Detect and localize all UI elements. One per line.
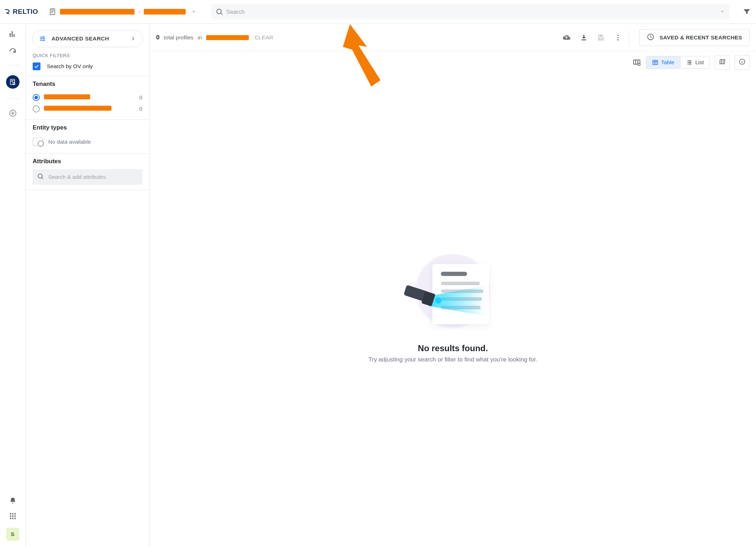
analytics-icon[interactable] xyxy=(9,30,17,38)
columns-settings-icon[interactable] xyxy=(632,58,641,67)
view-controls: Table List xyxy=(150,51,756,70)
brand-logo[interactable]: RELTIO xyxy=(3,8,43,16)
map-icon xyxy=(719,58,726,67)
table-icon xyxy=(652,59,658,66)
svg-rect-7 xyxy=(12,513,13,515)
view-list-label: List xyxy=(695,59,704,66)
save-icon[interactable] xyxy=(597,34,605,42)
empty-illustration xyxy=(407,254,499,336)
map-view-button[interactable] xyxy=(715,55,730,70)
tenant-name-part-2 xyxy=(144,9,186,15)
view-table-label: Table xyxy=(661,59,674,66)
advanced-search-button[interactable]: ADVANCED SEARCH xyxy=(32,30,143,47)
search-by-ov-only-label: Search by OV only xyxy=(47,63,93,70)
apps-grid-icon[interactable] xyxy=(9,512,17,520)
svg-rect-11 xyxy=(14,515,16,517)
attributes-search[interactable] xyxy=(33,169,142,185)
saved-recent-searches-label: SAVED & RECENT SEARCHES xyxy=(659,34,742,41)
gauge-icon[interactable] xyxy=(9,46,17,55)
brand-name: RELTIO xyxy=(13,8,38,16)
view-table-button[interactable]: Table xyxy=(646,56,680,68)
svg-rect-10 xyxy=(12,515,13,517)
tenant-option-0-count: 0 xyxy=(139,94,142,101)
tenant-icon xyxy=(49,8,56,16)
svg-point-1 xyxy=(217,9,221,14)
toolbar-divider xyxy=(629,30,629,45)
bell-icon[interactable] xyxy=(9,497,17,504)
svg-rect-9 xyxy=(10,515,11,517)
search-by-ov-only-row[interactable]: Search by OV only xyxy=(26,61,149,76)
svg-rect-13 xyxy=(12,518,13,519)
saved-recent-searches-button[interactable]: SAVED & RECENT SEARCHES xyxy=(639,29,750,46)
svg-point-23 xyxy=(617,39,619,40)
svg-rect-19 xyxy=(599,35,602,37)
download-icon[interactable] xyxy=(580,34,588,42)
svg-point-17 xyxy=(44,40,45,41)
chevron-down-icon xyxy=(191,9,196,14)
tenants-heading: Tenants xyxy=(33,81,142,88)
global-search[interactable] xyxy=(211,4,729,20)
view-list-button[interactable]: List xyxy=(680,56,710,68)
svg-rect-8 xyxy=(14,513,16,515)
history-icon xyxy=(647,33,654,42)
no-data-label: No data available xyxy=(48,139,91,145)
results-tenant-name xyxy=(206,35,249,40)
empty-thumb-icon xyxy=(33,138,43,146)
tenant-option-1-count: 0 xyxy=(139,106,142,112)
entity-types-empty: No data available xyxy=(33,136,142,148)
attributes-search-input[interactable] xyxy=(48,173,138,181)
radio-icon[interactable] xyxy=(33,105,40,112)
top-bar: RELTIO - xyxy=(0,0,756,24)
search-dropdown-icon[interactable] xyxy=(720,9,725,14)
tenant-name-part-1 xyxy=(60,9,135,15)
radio-selected-icon[interactable] xyxy=(33,94,40,101)
svg-point-21 xyxy=(617,34,619,36)
user-avatar[interactable]: S xyxy=(6,528,19,541)
svg-rect-12 xyxy=(10,518,11,519)
more-vert-icon[interactable] xyxy=(614,34,622,42)
add-icon[interactable] xyxy=(9,109,17,117)
results-area: 0 total profiles in CLEAR xyxy=(150,24,756,547)
left-nav-rail: S xyxy=(0,24,26,547)
results-count: 0 xyxy=(156,34,159,41)
search-icon xyxy=(215,8,223,16)
search-icon xyxy=(37,173,44,181)
tenant-option-1[interactable]: 0 xyxy=(33,103,142,115)
search-input[interactable] xyxy=(223,6,717,17)
svg-rect-27 xyxy=(653,60,658,65)
entity-types-heading: Entity types xyxy=(33,124,142,131)
results-count-text-a: total profiles xyxy=(164,34,193,41)
quick-filters-heading: QUICK FILTERS xyxy=(26,51,149,61)
empty-state: No results found. Try adjusting your sea… xyxy=(150,70,756,547)
svg-point-2 xyxy=(13,51,15,53)
search-page-icon[interactable] xyxy=(6,75,20,89)
avatar-initial: S xyxy=(11,531,14,537)
empty-subtitle: Try adjusting your search or filter to f… xyxy=(368,356,537,363)
tenant-option-0[interactable]: 0 xyxy=(33,92,142,103)
svg-point-4 xyxy=(13,82,15,84)
svg-point-16 xyxy=(41,38,42,39)
filter-panel: ADVANCED SEARCH QUICK FILTERS Search by … xyxy=(26,24,150,547)
svg-rect-20 xyxy=(599,38,602,39)
checkbox-checked-icon[interactable] xyxy=(33,62,40,70)
info-icon xyxy=(739,58,746,67)
svg-rect-14 xyxy=(14,518,16,519)
main-area: S ADVANCED SEARCH QUICK FILTERS Search b… xyxy=(0,24,756,547)
upload-cloud-icon[interactable] xyxy=(562,33,571,42)
clear-search-button[interactable]: CLEAR xyxy=(254,34,273,41)
tune-icon xyxy=(39,35,46,43)
tenant-switcher[interactable]: - xyxy=(49,8,196,16)
svg-point-26 xyxy=(638,63,640,65)
svg-point-15 xyxy=(43,37,44,38)
advanced-search-label: ADVANCED SEARCH xyxy=(51,35,109,42)
chevron-right-icon xyxy=(130,35,136,42)
list-icon xyxy=(686,59,692,66)
tenant-separator: - xyxy=(138,8,140,16)
tenant-option-0-label xyxy=(44,94,90,99)
empty-title: No results found. xyxy=(418,343,488,353)
filter-funnel-icon[interactable] xyxy=(743,7,751,16)
view-toggle: Table List xyxy=(646,56,710,69)
info-button[interactable] xyxy=(735,55,750,70)
results-header: 0 total profiles in CLEAR xyxy=(150,24,756,51)
svg-point-18 xyxy=(38,174,42,178)
